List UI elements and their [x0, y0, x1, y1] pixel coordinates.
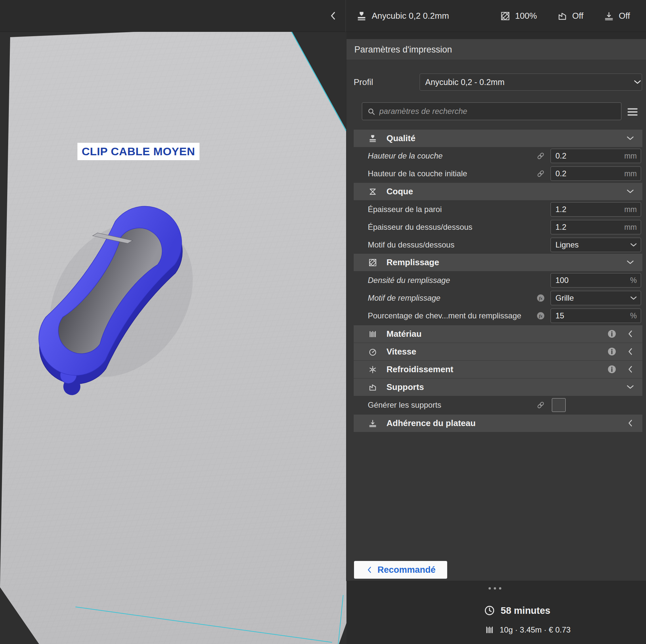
infill-density-input[interactable]: 100 %	[550, 273, 641, 287]
layer-height-icon	[356, 10, 367, 22]
support-summary[interactable]: Off	[557, 0, 583, 32]
setting-row-layer-height: Hauteur de la couche 0.2 mm	[354, 147, 642, 165]
model-name-label: CLIP CABLE MOYEN	[78, 143, 200, 160]
panel-resize-handle[interactable]	[489, 587, 501, 589]
section-quality[interactable]: Qualité	[354, 130, 642, 147]
setting-label: Densité du remplissage	[368, 271, 450, 289]
info-icon[interactable]	[607, 347, 617, 357]
infill-pattern-dropdown[interactable]: Grille	[550, 291, 641, 305]
initial-layer-height-input[interactable]: 0.2 mm	[550, 166, 641, 181]
chevron-down-icon	[630, 241, 637, 249]
quality-icon	[368, 134, 377, 143]
profile-dropdown[interactable]: Anycubic 0,2 - 0.2mm	[420, 74, 642, 91]
generate-supports-checkbox[interactable]	[552, 398, 566, 412]
chevron-left-icon	[626, 347, 635, 356]
adhesion-summary[interactable]: Off	[604, 0, 630, 32]
wall-thickness-input[interactable]: 1.2 mm	[550, 202, 641, 217]
section-shell-title: Coque	[387, 186, 413, 197]
profile-dropdown-value: Anycubic 0,2 - 0.2mm	[420, 78, 633, 87]
fx-function-icon	[536, 293, 545, 303]
collapse-panel-chevron-icon[interactable]	[328, 11, 338, 21]
section-supports[interactable]: Supports	[354, 378, 642, 396]
link-icon	[536, 169, 545, 178]
setting-value: 15	[551, 311, 630, 320]
setting-row-top-bottom-thickness: Épaisseur du dessus/dessous 1.2 mm	[354, 218, 642, 236]
info-icon[interactable]	[607, 364, 617, 374]
setting-value: 0.2	[551, 169, 624, 178]
info-icon[interactable]	[607, 329, 617, 339]
setting-label: Hauteur de la couche initiale	[368, 165, 467, 183]
section-build-plate-adhesion[interactable]: Adhérence du plateau	[354, 415, 642, 432]
fx-function-icon	[536, 311, 545, 320]
setting-value: 0.2	[551, 151, 624, 161]
chevron-left-icon	[365, 566, 373, 574]
setting-label: Épaisseur de la paroi	[368, 200, 442, 218]
adhesion-icon	[368, 419, 377, 428]
print-time-value: 58 minutes	[501, 605, 550, 616]
settings-search-input[interactable]	[379, 103, 619, 120]
infill-summary[interactable]: 100%	[500, 0, 537, 32]
viewport-3d[interactable]: CLIP CABLE MOYEN	[0, 32, 346, 644]
chevron-down-icon	[633, 78, 642, 86]
chevron-left-icon	[626, 365, 635, 374]
print-profile-summary-label: Anycubic 0,2 0.2mm	[372, 11, 449, 21]
adhesion-summary-value: Off	[619, 11, 630, 21]
section-infill-title: Remplissage	[387, 257, 439, 268]
section-speed[interactable]: Vitesse	[354, 343, 642, 360]
print-time-estimate: 58 minutes	[483, 605, 550, 617]
profile-label: Profil	[354, 72, 373, 92]
section-infill[interactable]: Remplissage	[354, 254, 642, 271]
infill-summary-value: 100%	[515, 11, 537, 21]
setting-row-infill-density: Densité du remplissage 100 %	[354, 271, 642, 289]
clock-icon	[483, 605, 496, 617]
setting-unit: mm	[624, 169, 641, 178]
section-adhesion-title: Adhérence du plateau	[387, 418, 476, 428]
top-bottom-thickness-input[interactable]: 1.2 mm	[550, 220, 641, 235]
material-estimate-value: 10g · 3.45m · € 0.73	[500, 625, 570, 635]
stage-header: Anycubic 0,2 0.2mm 100% Off Off	[0, 0, 646, 32]
section-cooling[interactable]: Refroidissement	[354, 361, 642, 378]
layer-height-input[interactable]: 0.2 mm	[550, 149, 641, 163]
chevron-left-icon	[626, 419, 635, 427]
header-divider	[345, 0, 346, 32]
setting-unit: mm	[624, 152, 641, 161]
setting-value: 100	[551, 276, 630, 285]
section-cooling-title: Refroidissement	[387, 364, 453, 374]
material-estimate: 10g · 3.45m · € 0.73	[484, 624, 570, 635]
chevron-down-icon	[626, 258, 635, 267]
setting-row-wall-thickness: Épaisseur de la paroi 1.2 mm	[354, 200, 642, 218]
setting-label: Motif de remplissage	[368, 289, 440, 307]
search-icon	[367, 107, 376, 116]
support-icon	[557, 11, 567, 21]
support-icon	[368, 383, 377, 392]
setting-label: Hauteur de la couche	[368, 147, 443, 165]
setting-unit: %	[630, 311, 641, 320]
section-material-title: Matériau	[387, 329, 422, 339]
infill-overlap-input[interactable]: 15 %	[550, 308, 641, 323]
setting-row-initial-layer-height: Hauteur de la couche initiale 0.2 mm	[354, 165, 642, 183]
setting-unit: %	[630, 276, 641, 285]
settings-search-box[interactable]	[362, 102, 621, 120]
infill-icon	[500, 11, 511, 21]
build-plate-scene[interactable]	[0, 32, 346, 644]
adhesion-icon	[604, 11, 614, 21]
top-bottom-pattern-dropdown[interactable]: Lignes	[550, 238, 641, 252]
setting-row-top-bottom-pattern: Motif du dessus/dessous Lignes	[354, 236, 642, 254]
speed-icon	[368, 347, 377, 357]
section-material[interactable]: Matériau	[354, 325, 642, 343]
chevron-down-icon	[626, 134, 635, 143]
setting-value: Lignes	[551, 240, 630, 250]
setting-unit: mm	[624, 205, 641, 214]
section-shell[interactable]: Coque	[354, 183, 642, 200]
chevron-down-icon	[626, 383, 635, 391]
recommended-mode-button[interactable]: Recommandé	[354, 561, 447, 579]
section-speed-title: Vitesse	[387, 347, 416, 357]
setting-row-infill-pattern: Motif de remplissage Grille	[354, 289, 642, 307]
print-profile-summary[interactable]: Anycubic 0,2 0.2mm	[356, 0, 449, 32]
dot	[494, 587, 496, 589]
material-icon	[484, 624, 495, 635]
section-supports-title: Supports	[387, 382, 424, 392]
setting-row-generate-supports: Générer les supports	[354, 396, 642, 414]
settings-menu-icon[interactable]	[626, 105, 639, 118]
recommended-mode-label: Recommandé	[377, 565, 435, 575]
